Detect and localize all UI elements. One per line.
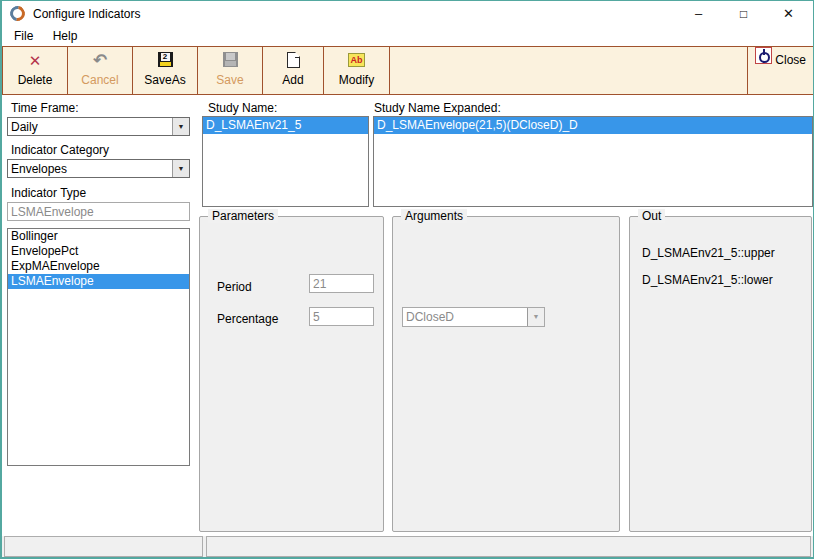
study-name-expanded-item[interactable]: D_LSMAEnvelope(21,5)(DCloseD)_D xyxy=(374,117,812,134)
indicator-list-item[interactable]: LSMAEnvelope xyxy=(8,274,189,289)
study-name-item[interactable]: D_LSMAEnv21_5 xyxy=(203,117,368,134)
indicator-category-dropdown[interactable]: Envelopes xyxy=(7,159,190,178)
cancel-button: ↶ Cancel xyxy=(68,47,133,94)
out-upper-label: D_LSMAEnv21_5::upper xyxy=(642,246,775,260)
status-panel-left xyxy=(4,536,203,557)
power-icon xyxy=(755,47,772,64)
indicator-list-item[interactable]: ExpMAEnvelope xyxy=(8,259,189,274)
app-logo-icon xyxy=(7,3,28,24)
indicator-type-field xyxy=(7,202,190,221)
menu-file[interactable]: File xyxy=(6,27,41,46)
study-name-list[interactable]: D_LSMAEnv21_5 xyxy=(202,116,369,207)
undo-arrow-icon: ↶ xyxy=(68,47,132,71)
menu-bar: File Help xyxy=(2,27,813,46)
add-button[interactable]: Add xyxy=(263,47,324,94)
modify-ab-icon: Ab xyxy=(348,53,365,67)
chevron-down-icon[interactable] xyxy=(172,160,189,177)
arguments-groupbox: Arguments xyxy=(392,216,620,532)
indicator-category-label: Indicator Category xyxy=(11,143,109,157)
parameters-groupbox: Parameters xyxy=(199,216,384,532)
window-title: Configure Indicators xyxy=(33,7,140,21)
minimize-button[interactable]: – xyxy=(676,1,721,27)
cancel-button-label: Cancel xyxy=(68,73,132,87)
save-button-label: Save xyxy=(198,73,262,87)
indicator-type-list[interactable]: BollingerEnvelopePctExpMAEnvelopeLSMAEnv… xyxy=(7,228,190,466)
maximize-button[interactable]: □ xyxy=(721,1,766,27)
save-as-icon xyxy=(158,52,173,67)
close-window-button[interactable]: ✕ xyxy=(766,1,811,27)
out-groupbox: Out D_LSMAEnv21_5::upper D_LSMAEnv21_5::… xyxy=(629,216,812,532)
study-name-expanded-list[interactable]: D_LSMAEnvelope(21,5)(DCloseD)_D xyxy=(373,116,813,207)
chevron-down-icon xyxy=(527,308,544,326)
status-panel-right xyxy=(206,536,811,557)
period-label: Period xyxy=(217,280,252,294)
delete-button[interactable]: ✕ Delete xyxy=(3,47,68,94)
save-floppy-icon xyxy=(223,52,238,67)
delete-button-label: Delete xyxy=(3,73,67,87)
indicator-type-label: Indicator Type xyxy=(11,186,86,200)
arguments-title: Arguments xyxy=(401,209,467,223)
toolbar: ✕ Delete ↶ Cancel SaveAs Save Add Ab Mod… xyxy=(2,46,813,95)
status-bar xyxy=(2,536,813,557)
modify-button-label: Modify xyxy=(324,73,389,87)
study-name-label: Study Name: xyxy=(208,101,277,115)
time-frame-value: Daily xyxy=(11,120,38,134)
configure-indicators-window: Configure Indicators – □ ✕ File Help ✕ D… xyxy=(0,0,814,559)
saveas-button[interactable]: SaveAs xyxy=(133,47,198,94)
out-title: Out xyxy=(638,209,665,223)
time-frame-label: Time Frame: xyxy=(11,101,79,115)
modify-button[interactable]: Ab Modify xyxy=(324,47,390,94)
save-button: Save xyxy=(198,47,263,94)
period-field xyxy=(309,274,374,293)
saveas-button-label: SaveAs xyxy=(133,73,197,87)
out-lower-label: D_LSMAEnv21_5::lower xyxy=(642,273,773,287)
study-name-expanded-label: Study Name Expanded: xyxy=(374,101,501,115)
close-button-label: Close xyxy=(775,53,806,67)
indicator-list-item[interactable]: Bollinger xyxy=(8,229,189,244)
argument-value: DCloseD xyxy=(406,310,454,324)
argument-dropdown: DCloseD xyxy=(402,307,545,327)
delete-x-icon: ✕ xyxy=(3,47,67,71)
menu-help[interactable]: Help xyxy=(45,27,86,46)
close-button[interactable]: Close xyxy=(747,47,813,94)
indicator-category-value: Envelopes xyxy=(11,162,67,176)
chevron-down-icon[interactable] xyxy=(172,118,189,135)
title-bar: Configure Indicators – □ ✕ xyxy=(2,1,813,27)
percentage-label: Percentage xyxy=(217,312,278,326)
indicator-list-item[interactable]: EnvelopePct xyxy=(8,244,189,259)
percentage-field xyxy=(309,307,374,326)
time-frame-dropdown[interactable]: Daily xyxy=(7,117,190,136)
new-document-icon xyxy=(287,52,300,68)
add-button-label: Add xyxy=(263,73,323,87)
parameters-title: Parameters xyxy=(208,209,278,223)
